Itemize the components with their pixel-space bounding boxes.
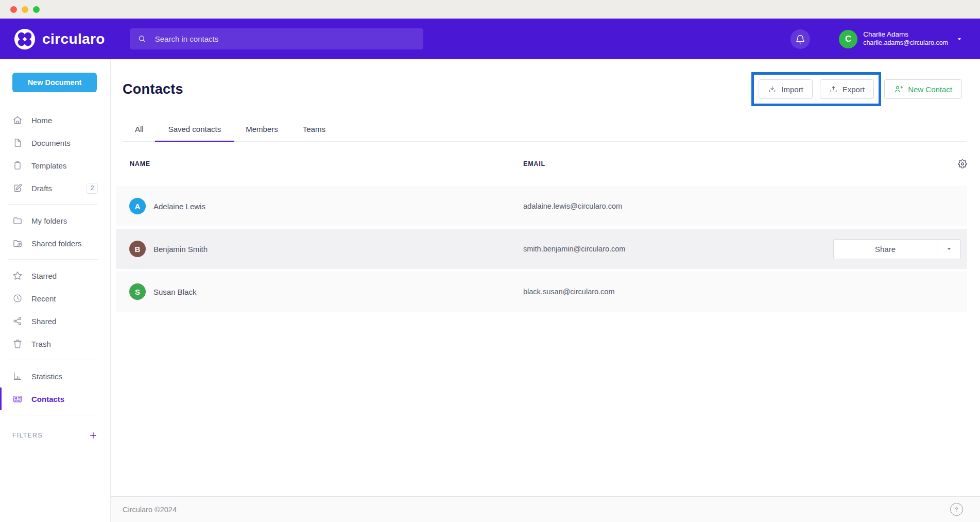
export-icon (829, 85, 838, 94)
name-cell: S Susan Black (129, 283, 523, 300)
help-button[interactable] (950, 503, 963, 516)
export-button-label: Export (843, 85, 865, 94)
share-button[interactable]: Share (834, 240, 937, 259)
drafts-count-badge: 2 (87, 183, 98, 194)
new-document-button[interactable]: New Document (12, 73, 97, 92)
notifications-button[interactable] (790, 29, 810, 49)
column-header-email: EMAIL (523, 160, 958, 167)
share-split-button[interactable]: Share (833, 239, 961, 259)
bell-icon (795, 34, 805, 44)
name-cell: B Benjamin Smith (129, 241, 523, 257)
document-icon (12, 138, 23, 148)
contact-name: Adelaine Lewis (153, 202, 205, 211)
table-settings-button[interactable] (958, 159, 967, 169)
avatar: A (129, 198, 146, 214)
sidebar-item-label: Documents (31, 139, 71, 147)
footer: Circularo ©2024 (111, 496, 980, 522)
import-button-label: Import (781, 85, 803, 94)
search-input[interactable] (154, 34, 416, 44)
contacts-tabs: All Saved contacts Members Teams (123, 119, 967, 142)
search-icon (137, 34, 147, 44)
main-content: Contacts Import Export New Contact (111, 59, 980, 522)
sidebar-divider (8, 415, 98, 415)
name-cell: A Adelaine Lewis (129, 198, 523, 214)
home-icon (12, 115, 23, 125)
sidebar-item-statistics[interactable]: Statistics (0, 365, 110, 388)
sidebar-item-templates[interactable]: Templates (0, 154, 110, 177)
tab-members[interactable]: Members (246, 125, 278, 141)
sidebar-item-shared[interactable]: Shared (0, 310, 110, 332)
sidebar-item-label: Drafts (31, 184, 52, 193)
search-bar[interactable] (130, 28, 423, 49)
contact-email: smith.benjamin@circularo.com (523, 245, 625, 253)
table-row[interactable]: A Adelaine Lewis adalaine.lewis@circular… (116, 186, 967, 226)
window-minimize-button[interactable] (22, 6, 28, 13)
user-menu[interactable]: C Charlie Adams charlie.adams@circularo.… (839, 30, 964, 48)
add-filter-button[interactable] (89, 431, 98, 440)
filters-label: FILTERS (12, 432, 43, 439)
template-icon (12, 160, 23, 171)
tab-teams[interactable]: Teams (303, 125, 325, 141)
share-icon (12, 316, 23, 326)
export-button[interactable]: Export (820, 79, 874, 99)
brand-logo[interactable]: circularo (14, 28, 105, 50)
contacts-icon (12, 394, 23, 404)
sidebar-divider (8, 204, 98, 205)
header-right: C Charlie Adams charlie.adams@circularo.… (790, 29, 980, 49)
sidebar-item-drafts[interactable]: Drafts 2 (0, 177, 110, 199)
sidebar: New Document Home Documents Templates Dr… (0, 59, 111, 522)
user-avatar[interactable]: C (839, 30, 857, 48)
tutorial-highlight-box: Import Export (751, 72, 881, 106)
trash-icon (12, 339, 23, 349)
contact-email: adalaine.lewis@circularo.com (523, 202, 622, 210)
new-contact-button[interactable]: New Contact (884, 79, 962, 99)
chevron-down-icon[interactable] (955, 35, 964, 43)
tab-all[interactable]: All (135, 125, 144, 141)
page-title: Contacts (123, 81, 183, 97)
user-email: charlie.adams@circularo.com (863, 39, 948, 47)
sidebar-item-label: Recent (31, 294, 56, 303)
sidebar-item-label: Shared (31, 317, 56, 326)
tab-saved-contacts[interactable]: Saved contacts (168, 125, 221, 141)
draft-icon (12, 183, 23, 193)
table-row[interactable]: B Benjamin Smith smith.benjamin@circular… (116, 229, 967, 269)
import-button[interactable]: Import (759, 79, 813, 99)
copyright-text: Circularo ©2024 (123, 506, 177, 514)
stats-icon (12, 371, 23, 381)
share-dropdown-button[interactable] (937, 240, 960, 259)
sidebar-item-trash[interactable]: Trash (0, 332, 110, 355)
window-close-button[interactable] (10, 6, 17, 13)
sidebar-item-shared-folders[interactable]: Shared folders (0, 232, 110, 255)
star-icon (12, 271, 23, 281)
contact-name: Susan Black (153, 288, 196, 296)
contacts-list: A Adelaine Lewis adalaine.lewis@circular… (111, 186, 980, 314)
sidebar-item-starred[interactable]: Starred (0, 264, 110, 287)
clock-icon (12, 293, 23, 304)
question-icon (952, 505, 961, 514)
sidebar-divider (8, 360, 98, 360)
sidebar-item-recent[interactable]: Recent (0, 287, 110, 310)
sidebar-item-label: Shared folders (31, 239, 82, 248)
page-header: Contacts Import Export New Contact (111, 59, 980, 106)
avatar: B (129, 241, 146, 257)
sidebar-item-label: My folders (31, 216, 67, 225)
table-header: NAME EMAIL (116, 142, 967, 186)
sidebar-item-my-folders[interactable]: My folders (0, 209, 110, 232)
sidebar-item-label: Starred (31, 272, 57, 280)
window-titlebar (0, 0, 980, 19)
column-header-name: NAME (130, 160, 523, 167)
sidebar-item-documents[interactable]: Documents (0, 131, 110, 154)
sidebar-item-label: Trash (31, 340, 51, 348)
user-name: Charlie Adams (863, 30, 948, 39)
sidebar-item-home[interactable]: Home (0, 109, 110, 131)
sidebar-item-contacts[interactable]: Contacts (0, 388, 110, 410)
sidebar-item-label: Contacts (31, 395, 64, 403)
folder-icon (12, 215, 23, 226)
table-row[interactable]: S Susan Black black.susan@circularo.com (116, 272, 967, 312)
page-actions: Import Export New Contact (751, 72, 962, 106)
user-plus-icon (894, 85, 903, 94)
brand-name: circularo (42, 31, 105, 47)
sidebar-item-label: Statistics (31, 372, 62, 381)
window-zoom-button[interactable] (33, 6, 40, 13)
new-contact-button-label: New Contact (908, 85, 952, 94)
